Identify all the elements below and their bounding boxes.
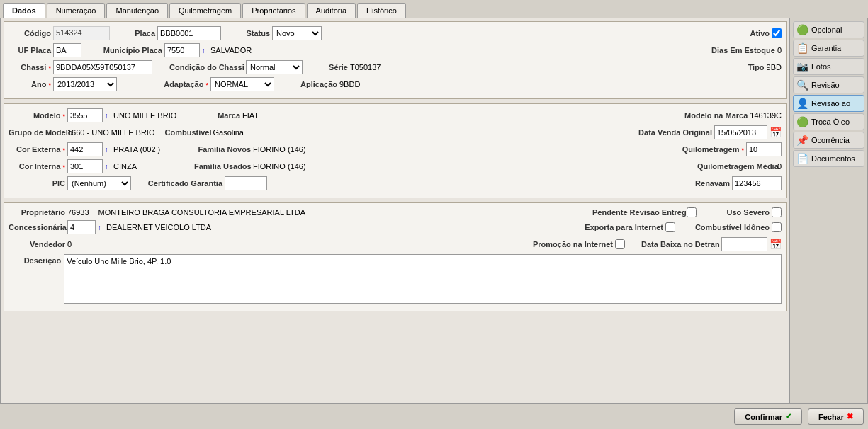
input-certificado-garantia[interactable] [225, 176, 267, 190]
tab-dados[interactable]: Dados [3, 3, 45, 18]
fechar-button[interactable]: Fechar ✖ [808, 408, 864, 425]
sidebar-label-fotos: Fotos [811, 62, 831, 71]
label-certificado-garantia: Certificado Garantia [141, 179, 222, 188]
label-combustivel-idoneo: Combustível Idôneo [692, 223, 770, 231]
footer-bar: Confirmar ✔ Fechar ✖ [0, 404, 868, 429]
revisao-ao-icon: 👤 [796, 98, 808, 109]
label-adaptacao: Adaptação * [134, 80, 208, 88]
input-data-venda-original[interactable] [714, 125, 767, 139]
tab-quilometragem[interactable]: Quilometragem [169, 3, 241, 18]
sidebar-item-ocorrencia[interactable]: 📌 Ocorrência [793, 132, 864, 149]
section-vehicle-info: Modelo * ↑ UNO MILLE BRIO Marca FIAT Mod… [4, 103, 787, 198]
input-data-baixa-detran[interactable] [721, 237, 767, 251]
label-status: Status [238, 29, 270, 38]
fechar-icon: ✖ [847, 412, 853, 421]
opcional-icon: 🟢 [796, 24, 808, 35]
sidebar-item-garantia[interactable]: 📋 Garantia [793, 40, 864, 57]
label-descricao: Descrição [9, 256, 61, 265]
label-condicao-chassi: Condição do Chassi [169, 63, 244, 72]
up-arrow-concessionaria[interactable]: ↑ [98, 224, 101, 231]
checkbox-combustivel-idoneo[interactable] [772, 222, 782, 232]
label-serie: Série [320, 63, 348, 72]
select-adaptacao[interactable]: NORMAL [210, 77, 274, 91]
label-data-baixa-detran: Data Baixa no Detran [641, 240, 719, 248]
tab-numeracao[interactable]: Numeração [47, 3, 106, 18]
value-codigo: 514324 [53, 26, 110, 40]
confirmar-icon: ✔ [785, 412, 791, 421]
input-quilometragem[interactable] [746, 142, 782, 156]
label-exporta-internet: Exporta para Internet [571, 223, 663, 231]
value-grupo-modelo: 1660 - UNO MILLE BRIO [67, 128, 155, 137]
confirmar-button[interactable]: Confirmar ✔ [734, 408, 802, 425]
label-ano: Ano * [9, 80, 51, 88]
checkbox-exporta-internet[interactable] [665, 222, 675, 232]
input-chassi[interactable] [53, 60, 152, 74]
tab-historico[interactable]: Histórico [357, 3, 406, 18]
fotos-icon: 📷 [796, 61, 808, 72]
label-familia-novos: Família Novos [194, 145, 251, 154]
tab-auditoria[interactable]: Auditoria [307, 3, 356, 18]
confirmar-label: Confirmar [745, 413, 782, 421]
tab-proprietarios[interactable]: Proprietários [242, 3, 305, 18]
value-proprietario-name: MONTEIRO BRAGA CONSULTORIA EMPRESARIAL L… [98, 208, 305, 217]
label-quilometragem-media: Quilometragem Média [697, 162, 775, 171]
input-cor-externa-code[interactable] [67, 142, 103, 156]
sidebar-item-troca-oleo[interactable]: 🟢 Troca Óleo [793, 113, 864, 130]
label-chassi: Chassi * [9, 63, 51, 72]
sidebar-item-revisao[interactable]: 🔍 Revisão [793, 76, 864, 93]
input-cor-interna-code[interactable] [67, 159, 103, 173]
label-tipo: Tipo [740, 63, 765, 72]
value-serie: T050137 [350, 63, 381, 72]
select-pic[interactable]: (Nenhum) [67, 176, 131, 190]
label-pic: PIC [9, 179, 65, 188]
checkbox-uso-severo[interactable] [772, 207, 782, 217]
input-concessionaria-code[interactable] [67, 220, 96, 234]
up-arrow-cor-interna[interactable]: ↑ [105, 163, 108, 171]
label-proprietario: Proprietário [9, 208, 65, 217]
calendar-icon-venda[interactable]: 📅 [770, 127, 782, 138]
label-aplicacao: Aplicação [291, 80, 337, 88]
input-uf-placa[interactable] [53, 43, 81, 57]
documentos-icon: 📄 [796, 153, 808, 164]
sidebar-item-revisao-ao[interactable]: 👤 Revisão ão [793, 95, 864, 112]
tab-manutencao[interactable]: Manutenção [106, 3, 168, 18]
input-modelo-code[interactable] [67, 108, 103, 122]
sidebar-label-revisao: Revisão [811, 81, 840, 89]
revisao-icon: 🔍 [796, 79, 808, 91]
value-vendedor: 0 [67, 240, 72, 248]
up-arrow-modelo[interactable]: ↑ [105, 112, 108, 120]
label-cor-externa: Cor Externa * [9, 145, 65, 154]
select-status[interactable]: Novo [272, 26, 322, 40]
value-familia-usados: FIORINO (146) [253, 162, 306, 171]
fechar-label: Fechar [818, 413, 844, 421]
up-arrow-municipio[interactable]: ↑ [202, 47, 205, 55]
select-condicao-chassi[interactable]: Normal [246, 60, 303, 74]
textarea-descricao[interactable]: Veículo Uno Mille Brio, 4P, 1.0 [64, 254, 782, 304]
select-ano[interactable]: 2013/2013 [53, 77, 117, 91]
value-tipo: 9BD [767, 63, 782, 72]
up-arrow-cor-externa[interactable]: ↑ [105, 146, 108, 154]
value-marca: FIAT [242, 111, 259, 120]
sidebar-label-garantia: Garantia [811, 44, 841, 52]
label-pendente-revisao: Pendente Revisão Entrega [592, 208, 684, 217]
label-data-venda-original: Data Venda Original [634, 128, 712, 137]
label-cor-interna: Cor Interna * [9, 162, 65, 171]
ocorrencia-icon: 📌 [796, 135, 808, 146]
calendar-icon-baixa[interactable]: 📅 [770, 239, 782, 250]
value-cor-interna-name: CINZA [113, 162, 184, 171]
sidebar-item-opcional[interactable]: 🟢 Opcional [793, 21, 864, 38]
checkbox-pendente-revisao[interactable] [687, 207, 697, 217]
sidebar-item-fotos[interactable]: 📷 Fotos [793, 58, 864, 75]
label-concessionaria: Concessionária * [9, 223, 65, 231]
input-municipio-code[interactable] [164, 43, 200, 57]
checkbox-promocao-internet[interactable] [615, 239, 625, 249]
input-placa[interactable] [157, 26, 221, 40]
value-quilometragem-media: 0 [777, 162, 782, 171]
value-concessionaria-name: DEALERNET VEICOLO LTDA [106, 223, 211, 231]
sidebar: 🟢 Opcional 📋 Garantia 📷 Fotos 🔍 Revisão … [789, 18, 867, 403]
checkbox-ativo[interactable] [772, 28, 782, 38]
input-renavam[interactable] [732, 176, 782, 190]
sidebar-item-documentos[interactable]: 📄 Documentos [793, 150, 864, 167]
label-codigo: Código [9, 29, 51, 38]
garantia-icon: 📋 [796, 42, 808, 54]
